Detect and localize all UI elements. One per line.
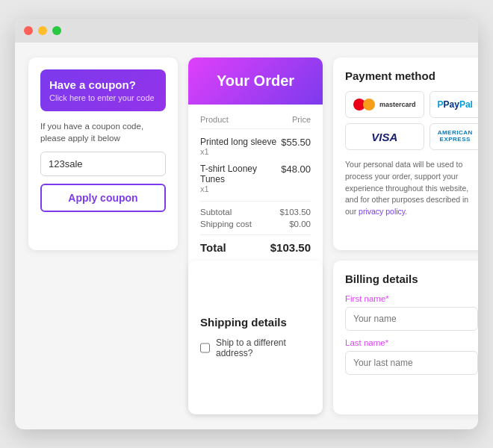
- browser-toolbar: [15, 19, 478, 43]
- order-item-1: Printed long sleeve x1 $55.50: [200, 137, 311, 156]
- item-2-name: T-shirt Looney Tunes: [200, 164, 281, 184]
- coupon-title: Have a coupon?: [49, 78, 157, 91]
- item-1-qty: x1: [200, 147, 276, 156]
- mastercard-text: mastercard: [379, 101, 416, 108]
- item-2-qty: x1: [200, 184, 281, 193]
- order-table-header: Product Price: [200, 115, 311, 129]
- browser-content: Have a coupon? Click here to enter your …: [15, 43, 478, 429]
- maximize-dot[interactable]: [52, 26, 61, 35]
- paypal-button[interactable]: PPayPal: [430, 91, 478, 118]
- shipping-value: $0.00: [289, 220, 311, 228]
- total-label: Total: [200, 241, 226, 254]
- order-subtotals: Subtotal $103.50 Shipping cost $0.00: [200, 208, 311, 228]
- subtotal-label: Subtotal: [200, 208, 232, 217]
- coupon-subtitle: Click here to enter your code: [49, 93, 157, 102]
- order-header: Your Order: [188, 57, 323, 105]
- total-value: $103.50: [270, 241, 311, 254]
- product-col-header: Product: [200, 115, 229, 124]
- first-name-input[interactable]: [345, 307, 478, 331]
- order-title: Your Order: [200, 72, 311, 90]
- mastercard-logo: mastercard: [353, 99, 416, 111]
- first-name-label: First name*: [345, 294, 478, 303]
- minimize-dot[interactable]: [38, 26, 47, 35]
- subtotal-value: $103.50: [279, 208, 311, 217]
- amex-logo: AMERICANEXPRESS: [438, 130, 473, 143]
- payment-note: Your personal data will be used to proce…: [345, 159, 478, 218]
- payment-card: Payment method mastercard PPayPal VISA: [333, 57, 478, 250]
- paypal-logo: PPayPal: [438, 99, 473, 110]
- visa-button[interactable]: VISA: [345, 123, 424, 150]
- payment-methods-grid: mastercard PPayPal VISA AMERICANEXPRESS: [345, 91, 478, 150]
- privacy-policy-link[interactable]: privacy policy.: [359, 207, 407, 216]
- order-item-2: T-shirt Looney Tunes x1 $48.00: [200, 164, 311, 193]
- coupon-description: If you have a coupon code, please apply …: [40, 120, 166, 144]
- billing-title: Billing details: [345, 273, 478, 285]
- amex-button[interactable]: AMERICANEXPRESS: [430, 123, 478, 150]
- shipping-card: Shipping details Ship to a different add…: [188, 261, 323, 414]
- subtotal-row: Subtotal $103.50: [200, 208, 311, 217]
- shipping-title: Shipping details: [200, 316, 311, 329]
- item-2-price: $48.00: [281, 164, 311, 175]
- mc-orange-circle: [363, 99, 375, 111]
- price-col-header: Price: [292, 115, 311, 124]
- mastercard-button[interactable]: mastercard: [345, 91, 424, 118]
- last-name-input[interactable]: [345, 351, 478, 375]
- close-dot[interactable]: [24, 26, 33, 35]
- billing-card: Billing details First name* Last name*: [333, 261, 478, 414]
- last-name-label: Last name*: [345, 338, 478, 347]
- item-1-price: $55.50: [281, 137, 311, 148]
- coupon-input[interactable]: [40, 152, 166, 176]
- apply-coupon-button[interactable]: Apply coupon: [40, 184, 166, 212]
- visa-logo: VISA: [371, 131, 397, 143]
- total-row: Total $103.50: [200, 234, 311, 254]
- shipping-label: Shipping cost: [200, 220, 252, 228]
- shipping-checkbox[interactable]: [200, 343, 210, 353]
- browser-window: Have a coupon? Click here to enter your …: [15, 19, 478, 429]
- item-1-name: Printed long sleeve: [200, 137, 276, 147]
- shipping-label: Ship to a different address?: [216, 337, 311, 358]
- coupon-header[interactable]: Have a coupon? Click here to enter your …: [40, 69, 166, 111]
- shipping-checkbox-row: Ship to a different address?: [200, 337, 311, 358]
- payment-title: Payment method: [345, 69, 478, 82]
- coupon-card: Have a coupon? Click here to enter your …: [28, 57, 178, 250]
- order-divider: [200, 201, 311, 202]
- shipping-row: Shipping cost $0.00: [200, 220, 311, 228]
